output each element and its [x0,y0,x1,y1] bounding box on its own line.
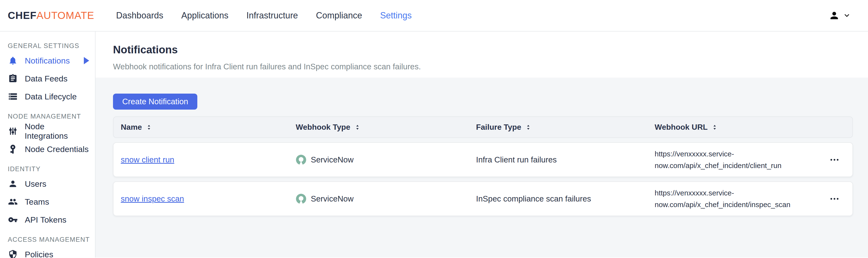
user-menu-button[interactable] [829,10,850,21]
sidebar-item-data-lifecycle[interactable]: Data Lifecycle [8,87,95,106]
sidebar-section-access-management: ACCESS MANAGEMENT [8,236,95,244]
sidebar-item-node-integrations[interactable]: Node Integrations [8,122,95,140]
column-header-webhook-url[interactable]: Webhook URL [655,123,810,132]
column-label: Failure Type [476,123,521,132]
top-nav-bar: CHEFAUTOMATE Dashboards Applications Inf… [0,0,868,32]
nav-dashboards[interactable]: Dashboards [116,10,163,21]
sidebar-item-notifications[interactable]: Notifications [8,52,95,70]
sort-icon[interactable] [354,123,361,131]
primary-nav: Dashboards Applications Infrastructure C… [116,10,412,21]
table-row: snow inspec scan ServiceNow InSpec compl… [113,181,853,216]
sidebar-item-label: API Tokens [25,215,66,225]
nav-compliance[interactable]: Compliance [316,10,362,21]
shield-icon [8,249,18,258]
failure-type-cell: Infra Client run failures [476,155,655,164]
column-header-name[interactable]: Name [114,123,296,132]
column-label: Name [121,123,142,132]
webhook-type-cell: ServiceNow [296,193,476,204]
page-title: Notifications [113,44,853,56]
sidebar-item-node-credentials[interactable]: Node Credentials [8,140,95,158]
more-options-icon[interactable] [827,156,842,164]
webhook-url-cell: https://venxxxxx.service-now.com/api/x_c… [655,187,810,211]
notification-name-cell: snow client run [114,155,296,164]
storage-icon [8,91,18,102]
sort-icon[interactable] [712,123,718,131]
bell-icon [8,56,18,66]
settings-sidebar: GENERAL SETTINGS Notifications Data Feed… [0,32,95,258]
sliders-icon [8,126,18,136]
clipboard-icon [8,73,18,84]
sidebar-item-label: Node Integrations [25,122,89,141]
sidebar-item-users[interactable]: Users [8,175,95,193]
column-header-failure-type[interactable]: Failure Type [476,123,655,132]
page-subtitle: Webhook notifications for Infra Client r… [113,62,853,71]
chevron-down-icon [843,12,850,19]
table-row: snow client run ServiceNow Infra Client … [113,142,853,177]
sidebar-item-data-feeds[interactable]: Data Feeds [8,70,95,87]
person-icon [8,179,18,189]
webhook-type-label: ServiceNow [311,155,353,164]
chef-automate-app: CHEFAUTOMATE Dashboards Applications Inf… [0,0,868,258]
notification-name-cell: snow inspec scan [114,194,296,204]
sidebar-item-label: Teams [25,197,49,207]
webhook-url-cell: https://venxxxxx.service-now.com/api/x_c… [655,148,810,172]
nav-settings[interactable]: Settings [380,10,412,21]
sidebar-item-label: Data Lifecycle [25,92,77,101]
logo-chef-text: CHEF [8,10,36,21]
nav-infrastructure[interactable]: Infrastructure [246,10,298,21]
sort-icon[interactable] [525,123,531,131]
active-arrow-icon [84,57,89,64]
failure-type-cell: InSpec compliance scan failures [476,194,655,204]
table-header-row: Name Webhook Type Failure Type Webhook U… [113,116,853,138]
key-icon [8,215,18,225]
logo-automate-text: AUTOMATE [36,10,94,21]
sidebar-item-label: Policies [25,250,53,258]
more-options-icon[interactable] [827,195,842,203]
sidebar-item-label: Users [25,179,46,189]
webhook-type-label: ServiceNow [311,194,353,204]
chef-automate-logo[interactable]: CHEFAUTOMATE [8,10,94,21]
notification-link[interactable]: snow inspec scan [121,194,184,203]
webhook-url-text: https://venxxxxx.service-now.com/api/x_c… [655,187,791,211]
column-label: Webhook Type [296,123,350,132]
column-label: Webhook URL [655,123,708,132]
webhook-url-text: https://venxxxxx.service-now.com/api/x_c… [655,148,791,172]
create-notification-button[interactable]: Create Notification [113,94,197,110]
sidebar-item-label: Data Feeds [25,74,67,83]
webhook-type-cell: ServiceNow [296,154,476,165]
notifications-panel: Create Notification Name Webhook Type Fa… [95,78,868,258]
notification-link[interactable]: snow client run [121,155,174,164]
sidebar-section-identity: IDENTITY [8,165,95,173]
sort-icon[interactable] [146,123,152,131]
main-content: Notifications Webhook notifications for … [95,32,868,258]
sidebar-item-api-tokens[interactable]: API Tokens [8,211,95,229]
page-header: Notifications Webhook notifications for … [95,32,868,78]
sidebar-item-label: Notifications [25,56,70,66]
key-vertical-icon [8,144,18,154]
servicenow-logo-icon [296,154,306,165]
user-avatar-icon [829,10,840,21]
column-header-webhook-type[interactable]: Webhook Type [296,123,476,132]
nav-applications[interactable]: Applications [181,10,228,21]
sidebar-item-policies[interactable]: Policies [8,246,95,258]
sidebar-section-node-management: NODE MANAGEMENT [8,113,95,120]
sidebar-section-general-settings: GENERAL SETTINGS [8,42,95,50]
sidebar-item-teams[interactable]: Teams [8,193,95,211]
sidebar-item-label: Node Credentials [25,145,89,154]
servicenow-logo-icon [296,193,306,204]
people-icon [8,197,18,207]
